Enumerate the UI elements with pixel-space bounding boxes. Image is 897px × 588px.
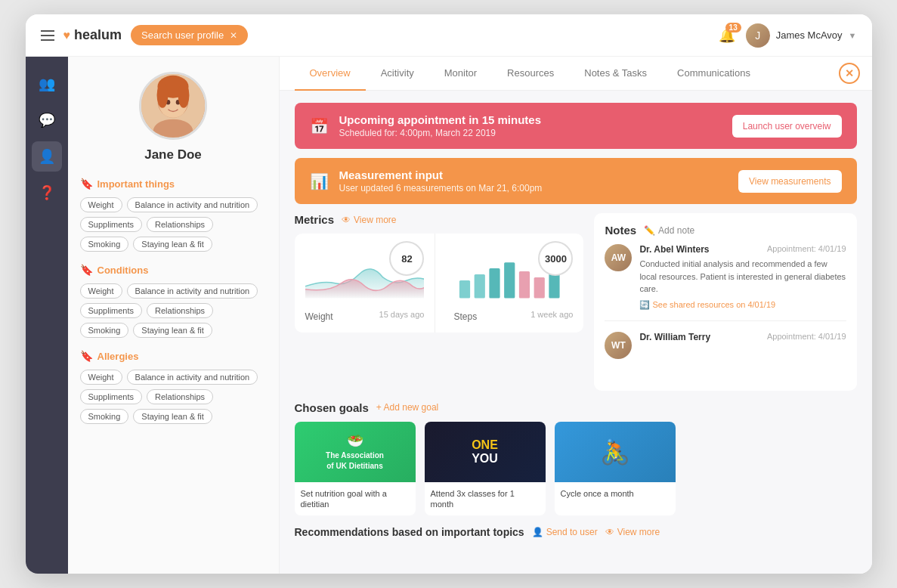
weight-chart: 82 bbox=[295, 234, 436, 333]
launch-overview-button[interactable]: Launch user overveiw bbox=[732, 115, 842, 138]
note-date-2: Appointment: 4/01/19 bbox=[767, 332, 846, 342]
recommendations-view-more-link[interactable]: 👁 View more bbox=[605, 527, 660, 537]
note-author-1: Dr. Abel Winters bbox=[639, 244, 709, 255]
search-user-profile-button[interactable]: Search user profile ✕ bbox=[131, 25, 248, 45]
goal-card-2[interactable]: ONEYOU Attend 3x classes for 1 month bbox=[425, 422, 546, 516]
weight-chart-footer: Weight 15 days ago bbox=[305, 307, 425, 322]
note-avatar-2: WT bbox=[605, 332, 632, 359]
allergy-tag-weight[interactable]: Weight bbox=[80, 370, 122, 385]
hamburger-menu[interactable] bbox=[41, 30, 54, 41]
tabs-bar: Overview Acitivity Monitor Resources Not… bbox=[280, 57, 872, 91]
measurement-alert-subtitle: User updated 6 measurements on Mar 21, 6… bbox=[339, 183, 543, 193]
eye-icon: 👁 bbox=[342, 215, 351, 225]
tab-activity[interactable]: Acitivity bbox=[366, 57, 429, 91]
tag-balance[interactable]: Balance in activity and nutrition bbox=[127, 197, 258, 212]
tab-monitor[interactable]: Monitor bbox=[429, 57, 492, 91]
allergy-tag-staying-lean[interactable]: Staying lean & fit bbox=[133, 409, 212, 424]
metrics-view-more-link[interactable]: 👁 View more bbox=[342, 215, 396, 225]
goals-header: Chosen goals + Add new goal bbox=[295, 401, 857, 414]
weight-chart-time: 15 days ago bbox=[379, 310, 425, 319]
goals-title: Chosen goals bbox=[295, 401, 369, 414]
allergy-tag-balance[interactable]: Balance in activity and nutrition bbox=[127, 370, 258, 385]
view-measurements-button[interactable]: View measurements bbox=[738, 170, 842, 193]
tag-relationships[interactable]: Relationships bbox=[147, 217, 213, 232]
cond-tag-staying-lean[interactable]: Staying lean & fit bbox=[133, 323, 212, 338]
goal-card-label-1: Set nutrition goal with a dietitian bbox=[295, 482, 416, 516]
appointment-alert-text: Upcoming appointment in 15 minutes Sched… bbox=[339, 113, 542, 138]
note-content-2: Dr. William Terry Appointment: 4/01/19 bbox=[639, 332, 846, 359]
notification-badge: 13 bbox=[725, 23, 741, 32]
tag-suppliments[interactable]: Suppliments bbox=[80, 217, 143, 232]
cond-tag-smoking[interactable]: Smoking bbox=[80, 323, 129, 338]
tab-communications[interactable]: Communications bbox=[662, 57, 766, 91]
add-goal-button[interactable]: + Add new goal bbox=[376, 402, 438, 413]
left-panel: Jane Doe 🔖 Important things Weight Balan… bbox=[68, 57, 280, 574]
recommendations-view-more-label: View more bbox=[617, 527, 660, 537]
tab-resources[interactable]: Resources bbox=[492, 57, 569, 91]
allergies-section-title: 🔖 Allergies bbox=[80, 350, 267, 362]
sidebar-item-chat[interactable]: 💬 bbox=[32, 105, 62, 135]
sidebar-item-help[interactable]: ❓ bbox=[32, 178, 62, 208]
cond-tag-balance[interactable]: Balance in activity and nutrition bbox=[127, 283, 258, 299]
note-link-1[interactable]: 🔄 See shared resources on 4/01/19 bbox=[639, 300, 775, 309]
conditions-bookmark-icon: 🔖 bbox=[80, 264, 93, 276]
add-note-link[interactable]: ✏️ Add note bbox=[644, 225, 694, 236]
send-icon: 👤 bbox=[532, 527, 543, 537]
note-link-label-1: See shared resources on 4/01/19 bbox=[652, 300, 775, 309]
tab-overview[interactable]: Overview bbox=[295, 57, 366, 91]
steps-chart: 3000 bbox=[443, 234, 583, 333]
weight-chart-label: Weight bbox=[305, 311, 333, 322]
measurement-alert-left: 📊 Measurement input User updated 6 measu… bbox=[310, 169, 543, 193]
svg-rect-9 bbox=[459, 280, 470, 299]
allergies-tags: Weight Balance in activity and nutrition… bbox=[80, 370, 267, 424]
svg-point-6 bbox=[157, 82, 169, 108]
logo-text: healum bbox=[74, 27, 122, 43]
allergy-tag-smoking[interactable]: Smoking bbox=[80, 409, 129, 424]
avatar: J bbox=[746, 23, 770, 48]
goal-card-img-2: ONEYOU bbox=[425, 422, 546, 482]
notification-bell[interactable]: 🔔 13 bbox=[719, 27, 735, 44]
goal-card-1[interactable]: 🥗 The Associationof UK Dietitians Set nu… bbox=[295, 422, 416, 516]
cond-tag-suppliments[interactable]: Suppliments bbox=[80, 303, 143, 318]
allergies-label: Allergies bbox=[97, 351, 139, 362]
sidebar-icons: 👥 💬 👤 ❓ bbox=[26, 57, 68, 574]
notes-header: Notes ✏️ Add note bbox=[605, 224, 846, 237]
cond-tag-weight[interactable]: Weight bbox=[80, 283, 122, 299]
sidebar-item-users[interactable]: 👥 bbox=[32, 69, 62, 99]
cond-tag-relationships[interactable]: Relationships bbox=[147, 303, 213, 318]
close-panel-button[interactable]: ✕ bbox=[839, 63, 860, 84]
measurement-icon: 📊 bbox=[310, 172, 329, 190]
appointment-alert-banner: 📅 Upcoming appointment in 15 minutes Sch… bbox=[295, 103, 857, 149]
main-layout: 👥 💬 👤 ❓ bbox=[26, 57, 872, 574]
measurement-alert-title: Measurement input bbox=[339, 169, 543, 181]
goal-card-label-2: Attend 3x classes for 1 month bbox=[425, 482, 546, 516]
metrics-notes-row: Metrics 👁 View more 82 bbox=[295, 213, 857, 391]
tab-notes-tasks[interactable]: Notes & Tasks bbox=[569, 57, 662, 91]
allergy-tag-suppliments[interactable]: Suppliments bbox=[80, 389, 143, 404]
appointment-alert-subtitle: Scheduled for: 4:00pm, March 22 2019 bbox=[339, 128, 542, 138]
send-to-user-link[interactable]: 👤 Send to user bbox=[532, 527, 598, 537]
sidebar-item-person[interactable]: 👤 bbox=[32, 141, 62, 172]
tag-staying-lean[interactable]: Staying lean & fit bbox=[133, 237, 212, 252]
measurement-alert-banner: 📊 Measurement input User updated 6 measu… bbox=[295, 158, 857, 204]
header-left: ♥ healum Search user profile ✕ bbox=[41, 25, 249, 45]
note-item-2: WT Dr. William Terry Appointment: 4/01/1… bbox=[605, 332, 846, 370]
steps-chart-footer: Steps 1 week ago bbox=[453, 307, 573, 322]
tag-weight[interactable]: Weight bbox=[80, 197, 122, 212]
pencil-icon: ✏️ bbox=[644, 225, 655, 236]
logo-heart-icon: ♥ bbox=[63, 29, 71, 42]
header: ♥ healum Search user profile ✕ 🔔 13 J Ja… bbox=[26, 14, 872, 57]
allergy-tag-relationships[interactable]: Relationships bbox=[147, 389, 213, 404]
metrics-view-more-label: View more bbox=[354, 215, 396, 225]
logo: ♥ healum bbox=[63, 27, 122, 43]
goal-card-3[interactable]: 🚴 Cycle once a month bbox=[555, 422, 676, 516]
charts-row: 82 bbox=[295, 234, 584, 333]
user-menu[interactable]: J James McAvoy ▼ bbox=[746, 23, 857, 48]
note-content-1: Dr. Abel Winters Appointment: 4/01/19 Co… bbox=[639, 244, 846, 310]
tag-smoking[interactable]: Smoking bbox=[80, 237, 129, 252]
eye-icon-recs: 👁 bbox=[605, 527, 614, 537]
bookmark-icon: 🔖 bbox=[80, 178, 93, 190]
notes-title: Notes bbox=[605, 224, 636, 237]
search-pill-close-icon[interactable]: ✕ bbox=[230, 30, 237, 41]
main-content: 📅 Upcoming appointment in 15 minutes Sch… bbox=[280, 91, 872, 574]
